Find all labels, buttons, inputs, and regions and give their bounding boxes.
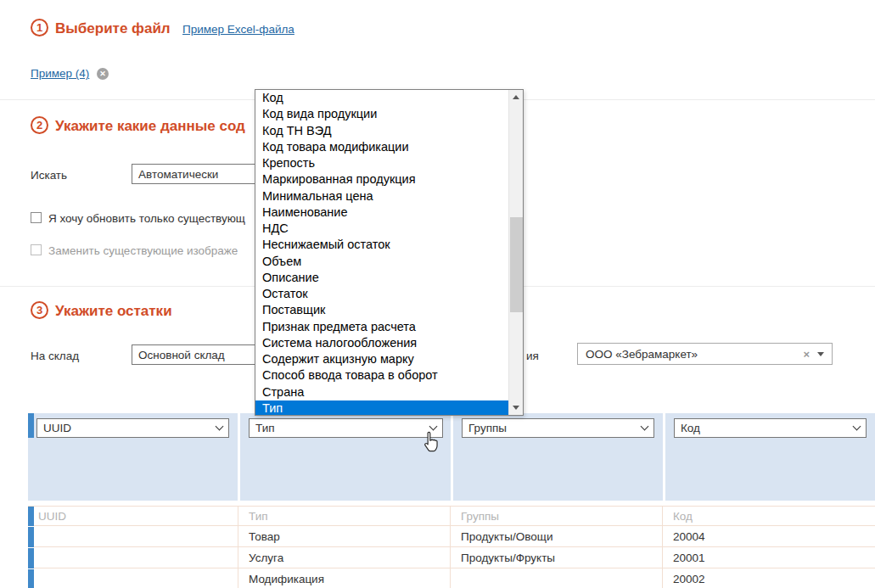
dropdown-item[interactable]: Неснижаемый остаток — [255, 237, 508, 253]
cell-uuid — [28, 568, 238, 588]
row-marker — [28, 527, 34, 547]
column-type-dropdown-list: Код Код вида продукции Код ТН ВЭД Код то… — [255, 89, 524, 416]
column-divider — [662, 547, 663, 568]
scroll-down-icon — [513, 406, 519, 410]
chevron-down-icon — [216, 423, 224, 431]
dropdown-item[interactable]: Страна — [255, 384, 508, 400]
table-row: Модификация 20002 — [28, 568, 875, 588]
step1-title: Выберите файл — [55, 20, 171, 37]
dropdown-item-selected[interactable]: Тип — [255, 400, 508, 415]
cell-type: Модификация — [238, 568, 451, 588]
table-row: Товар Продукты/Овощи 20004 — [28, 526, 875, 547]
dropdown-item[interactable]: Описание — [255, 270, 508, 286]
chevron-down-icon — [429, 423, 438, 431]
table-header-row: UUID Тип Группы Код — [28, 506, 875, 526]
cell-groups — [451, 568, 663, 588]
table-header-code: Код — [663, 507, 875, 525]
warehouse-label: На склад — [31, 350, 79, 362]
mapping-select-code[interactable]: Код — [674, 418, 867, 438]
dropdown-item[interactable]: Маркированная продукция — [255, 171, 508, 188]
chevron-down-icon — [641, 423, 649, 431]
dropdown-item[interactable]: Код вида продукции — [255, 106, 508, 122]
column-divider — [450, 568, 451, 588]
update-existing-checkbox[interactable] — [31, 212, 42, 223]
column-divider — [662, 568, 663, 588]
dropdown-item[interactable]: Признак предмета расчета — [255, 319, 508, 335]
clear-organization-icon[interactable]: × — [803, 348, 810, 361]
step3-number-badge: 3 — [31, 301, 48, 319]
replace-images-checkbox[interactable] — [31, 244, 42, 255]
warehouse-value: Основной склад — [138, 349, 225, 361]
step2-number-badge: 2 — [31, 116, 48, 134]
table-header-type: Тип — [238, 507, 451, 525]
import-wizard-page: 1 Выберите файл Пример Excel-файла Приме… — [0, 0, 875, 588]
cell-type: Услуга — [238, 547, 451, 568]
column-divider — [238, 507, 238, 525]
dropdown-item[interactable]: Крепость — [255, 155, 508, 171]
row-marker — [28, 507, 34, 526]
dropdown-item[interactable]: Код — [255, 90, 508, 106]
step3-title: Укажите остатки — [55, 303, 172, 320]
dropdown-item[interactable]: Объем — [255, 254, 508, 270]
column-divider — [450, 507, 451, 525]
column-divider — [662, 526, 663, 546]
dropdown-item[interactable]: Способ ввода товара в оборот — [255, 367, 508, 384]
scroll-up-button[interactable] — [509, 90, 523, 104]
scrollbar-thumb[interactable] — [510, 217, 523, 312]
cell-code: 20002 — [663, 568, 875, 588]
dropdown-scrollbar[interactable] — [508, 90, 523, 415]
step1-number-badge: 1 — [31, 19, 48, 36]
table-header-groups: Группы — [451, 507, 663, 525]
mapping-select-groups-value: Группы — [468, 422, 507, 434]
scroll-up-icon — [513, 95, 519, 99]
search-mode-value: Автоматически — [138, 168, 218, 181]
mapping-select-uuid-value: UUID — [43, 422, 71, 434]
column-divider — [450, 547, 451, 568]
dropdown-options: Код Код вида продукции Код ТН ВЭД Код то… — [255, 90, 508, 415]
cell-uuid — [28, 526, 238, 546]
search-label: Искать — [31, 169, 67, 182]
cell-code: 20001 — [663, 547, 875, 568]
column-divider — [662, 507, 663, 525]
dropdown-item[interactable]: Остаток — [255, 286, 508, 302]
cell-type: Товар — [238, 526, 451, 546]
dropdown-item[interactable]: Код товара модификации — [255, 139, 508, 155]
mapping-select-type-value: Тип — [255, 422, 275, 434]
cell-groups: Продукты/Фрукты — [451, 547, 663, 568]
caret-down-icon — [817, 352, 824, 356]
replace-images-label: Заменить существующие изображе — [48, 244, 238, 257]
remove-file-icon[interactable]: ✕ — [97, 68, 109, 80]
mapping-select-code-value: Код — [681, 422, 700, 434]
table-header-uuid: UUID — [28, 507, 238, 525]
column-divider — [238, 547, 238, 568]
dropdown-item[interactable]: Минимальная цена — [255, 188, 508, 204]
cell-groups: Продукты/Овощи — [451, 526, 663, 546]
column-divider — [450, 526, 451, 546]
mapping-select-type[interactable]: Тип — [249, 418, 443, 438]
scroll-down-button[interactable] — [509, 400, 523, 415]
example-excel-link[interactable]: Пример Excel-файла — [182, 23, 294, 36]
update-existing-label: Я хочу обновить только существующ — [48, 212, 245, 225]
dropdown-item[interactable]: Наименование — [255, 204, 508, 221]
column-divider — [238, 568, 238, 588]
organization-value: ООО «Зебрамаркет» — [586, 348, 798, 361]
dropdown-item[interactable]: Содержит акцизную марку — [255, 351, 508, 367]
dropdown-item[interactable]: Код ТН ВЭД — [255, 123, 508, 139]
dropdown-item[interactable]: Система налогообложения — [255, 335, 508, 351]
chevron-down-icon — [853, 423, 861, 431]
row-marker — [28, 569, 34, 588]
mapping-select-groups[interactable]: Группы — [462, 418, 654, 438]
organization-label-fragment: ия — [526, 350, 539, 362]
uploaded-sample-file-link[interactable]: Пример (4) — [31, 67, 89, 80]
row-marker — [28, 548, 34, 568]
table-row: Услуга Продукты/Фрукты 20001 — [28, 547, 875, 568]
mapping-select-uuid[interactable]: UUID — [36, 418, 229, 438]
organization-combobox[interactable]: ООО «Зебрамаркет» × — [577, 343, 833, 365]
step2-title: Укажите какие данные сод — [55, 118, 245, 135]
row-marker — [28, 413, 34, 438]
dropdown-item[interactable]: НДС — [255, 221, 508, 237]
cell-uuid — [28, 547, 238, 568]
dropdown-item[interactable]: Поставщик — [255, 302, 508, 318]
cell-code: 20004 — [663, 526, 875, 546]
column-divider — [238, 526, 238, 546]
